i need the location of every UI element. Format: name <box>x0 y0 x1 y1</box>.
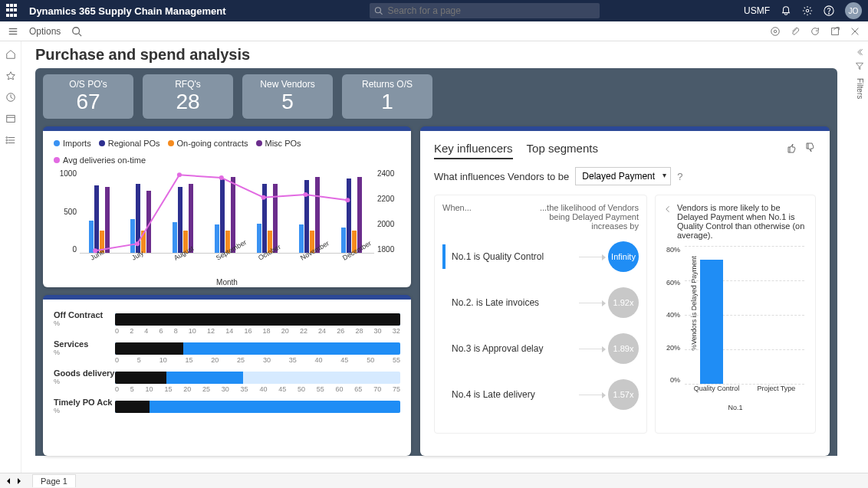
influencer-detail: Vendors is more likely to be Delayed Pay… <box>655 195 816 434</box>
module-icon[interactable] <box>5 113 16 124</box>
kpi-card[interactable]: New Vendors5 <box>242 74 333 119</box>
page-title: Purchase and spend analysis <box>35 46 837 64</box>
search-input[interactable] <box>388 5 596 16</box>
help-icon[interactable] <box>824 5 834 16</box>
hbar-row: Off Contract% 02468101214161820222426283… <box>54 310 400 335</box>
left-nav-rail <box>0 41 21 473</box>
filter-icon[interactable] <box>855 61 864 70</box>
next-page-icon[interactable] <box>15 477 23 485</box>
svg-point-29 <box>303 192 307 197</box>
svg-point-21 <box>5 137 7 139</box>
influencer-row[interactable]: No.3 is Approval delay1.89x <box>442 333 639 364</box>
kpi-card[interactable]: Returns O/S1 <box>342 74 432 119</box>
svg-point-27 <box>219 175 224 180</box>
bell-icon[interactable] <box>781 5 791 16</box>
options-menu[interactable]: Options <box>29 26 61 37</box>
detail-bar-chart[interactable]: %Vendors is Delayed Payment 80%60%40%20%… <box>663 246 807 399</box>
page-footer: Page 1 <box>0 473 868 488</box>
svg-line-1 <box>380 12 383 15</box>
filters-label[interactable]: Filters <box>856 78 864 99</box>
view-icon[interactable] <box>770 26 781 37</box>
prev-page-icon[interactable] <box>5 477 12 485</box>
col-when: When... <box>442 203 531 231</box>
svg-point-22 <box>5 139 7 141</box>
x-axis-label: Month <box>54 278 400 287</box>
right-rail: Filters <box>851 41 868 473</box>
svg-point-25 <box>135 241 140 246</box>
thumbs-down-icon[interactable] <box>804 142 816 154</box>
search-icon[interactable] <box>71 26 82 37</box>
svg-point-0 <box>376 8 381 13</box>
svg-point-23 <box>5 142 7 144</box>
tab-top-segments[interactable]: Top segments <box>527 142 598 159</box>
app-launcher-icon[interactable] <box>6 4 20 18</box>
influencer-row[interactable]: No.1 is Quality ControlInfinity <box>442 241 639 272</box>
hbar-row: Goods delivery% 051015202530354045505560… <box>54 368 400 393</box>
svg-point-4 <box>829 13 830 14</box>
influencer-list: When... ...the likelihood of Vendors bei… <box>434 195 647 434</box>
dashboard-container: O/S PO's67RFQ's28New Vendors5Returns O/S… <box>35 68 837 456</box>
app-title: Dynamics 365 Supply Chain Management <box>29 5 225 17</box>
thumbs-up-icon[interactable] <box>785 142 797 154</box>
svg-rect-16 <box>6 116 15 123</box>
svg-point-10 <box>771 27 780 35</box>
detail-text: Vendors is more likely to be Delayed Pay… <box>677 203 807 240</box>
global-search[interactable] <box>370 3 600 18</box>
hbar-row: Services% 0510152025303540455055 <box>54 339 400 364</box>
svg-line-9 <box>79 33 82 36</box>
kpi-row: O/S PO's67RFQ's28New Vendors5Returns O/S… <box>43 74 830 119</box>
home-icon[interactable] <box>5 49 16 60</box>
refresh-icon[interactable] <box>810 26 820 37</box>
tab-key-influencers[interactable]: Key influencers <box>434 142 513 159</box>
svg-point-11 <box>774 30 777 33</box>
percent-bar-chart[interactable]: Off Contract% 02468101214161820222426283… <box>43 295 411 456</box>
popout-icon[interactable] <box>830 26 840 37</box>
svg-point-28 <box>261 195 266 200</box>
star-icon[interactable] <box>5 70 16 81</box>
monthly-po-chart[interactable]: ImportsRegional POsOn-going contractsMis… <box>43 126 411 287</box>
svg-point-30 <box>345 198 350 202</box>
help-icon[interactable]: ? <box>677 171 682 182</box>
gear-icon[interactable] <box>802 5 813 16</box>
hbar-row: Timely PO Ack% <box>54 398 400 414</box>
user-avatar[interactable]: JO <box>845 2 862 19</box>
svg-point-26 <box>177 172 182 177</box>
collapse-icon[interactable] <box>855 47 864 57</box>
mini-xlabel: No.1 <box>728 404 742 411</box>
key-influencers-panel: Key influencers Top segments What influe… <box>420 126 830 456</box>
kpi-card[interactable]: O/S PO's67 <box>43 74 133 119</box>
company-code[interactable]: USMF <box>744 5 770 16</box>
svg-point-2 <box>806 9 809 12</box>
back-arrow-icon[interactable] <box>663 205 672 214</box>
clock-icon[interactable] <box>5 92 16 103</box>
influencer-row[interactable]: No.2. is Late invoices1.92x <box>442 287 639 318</box>
list-icon[interactable] <box>5 135 16 146</box>
top-nav-bar: Dynamics 365 Supply Chain Management USM… <box>0 0 868 21</box>
main-content: Purchase and spend analysis O/S PO's67RF… <box>21 41 851 473</box>
kpi-card[interactable]: RFQ's28 <box>143 74 233 119</box>
question-text: What influences Vendors to be <box>434 171 569 182</box>
attach-icon[interactable] <box>790 26 801 37</box>
influencer-dropdown[interactable]: Delayed Payment <box>575 167 671 185</box>
col-likelihood: ...the likelihood of Vendors being Delay… <box>531 203 639 231</box>
close-icon[interactable] <box>850 26 860 37</box>
search-icon <box>374 6 383 15</box>
command-bar: Options <box>0 21 868 41</box>
hamburger-icon[interactable] <box>8 26 18 37</box>
page-tab[interactable]: Page 1 <box>32 474 76 487</box>
svg-point-8 <box>73 27 80 34</box>
influencer-row[interactable]: No.4 is Late delivery1.57x <box>442 379 639 410</box>
